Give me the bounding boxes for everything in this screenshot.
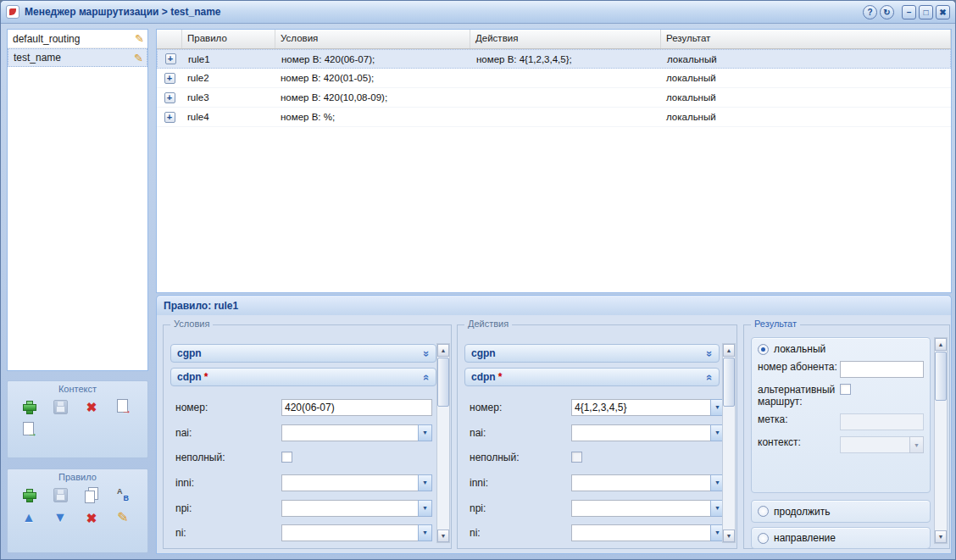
nai-select-input[interactable] xyxy=(281,424,418,441)
npi-select[interactable]: ▼ xyxy=(571,500,725,517)
dropdown-trigger-icon[interactable]: ▼ xyxy=(418,524,432,541)
ni-select-input[interactable] xyxy=(571,524,710,541)
add-rule-button[interactable] xyxy=(19,485,39,505)
result-option-continue[interactable]: продолжить xyxy=(751,500,931,523)
conditions-cgpn-panel[interactable]: cgpn » xyxy=(170,344,436,363)
scroll-thumb[interactable] xyxy=(723,358,735,407)
dropdown-trigger-icon[interactable]: ▼ xyxy=(418,424,432,441)
scroll-down-icon[interactable]: ▼ xyxy=(935,530,947,543)
refresh-button[interactable]: ↻ xyxy=(880,5,894,19)
grid-row-rule1[interactable]: + rule1 номер B: 420(06-07); номер B: 4{… xyxy=(157,49,951,69)
chevron-double-up-icon[interactable]: « xyxy=(703,374,716,380)
number-combo[interactable]: ▼ xyxy=(571,399,725,416)
load-context-button[interactable]: → xyxy=(19,419,39,440)
arrow-up-icon: ▲ xyxy=(22,511,36,524)
result-scrollbar[interactable]: ▲ ▼ xyxy=(934,337,948,544)
number-input[interactable] xyxy=(281,399,432,416)
actions-cdpn-panel[interactable]: cdpn * « xyxy=(464,368,720,386)
inni-select[interactable]: ▼ xyxy=(571,474,725,491)
scroll-up-icon[interactable]: ▲ xyxy=(437,344,449,357)
expand-row-icon[interactable]: + xyxy=(164,112,175,123)
maximize-button[interactable]: □ xyxy=(919,5,933,19)
inni-select-input[interactable] xyxy=(281,474,418,491)
edit-rule-button[interactable]: ✎ xyxy=(113,507,133,528)
nai-label: nai: xyxy=(470,427,571,439)
close-button[interactable]: ✖ xyxy=(936,5,950,19)
subscriber-number-label: номер абонента: xyxy=(758,361,840,378)
ni-select-input[interactable] xyxy=(281,524,418,541)
npi-label: npi: xyxy=(470,502,571,514)
inni-select-input[interactable] xyxy=(571,474,710,491)
ni-select[interactable]: ▼ xyxy=(571,524,725,541)
window-controls: ? ↻ – □ ✖ xyxy=(863,5,950,19)
move-rule-up-button[interactable]: ▲ xyxy=(19,507,39,528)
dropdown-trigger-icon[interactable]: ▼ xyxy=(418,500,432,517)
result-option-local[interactable]: локальный номер абонента: альтернативный… xyxy=(751,337,931,493)
scroll-thumb[interactable] xyxy=(437,358,449,407)
required-mark: * xyxy=(498,371,503,383)
nai-select[interactable]: ▼ xyxy=(571,424,725,441)
save-rule-button[interactable] xyxy=(50,485,70,505)
move-rule-down-button[interactable]: ▼ xyxy=(50,507,70,528)
nai-select[interactable]: ▼ xyxy=(281,424,432,441)
copy-rule-button[interactable] xyxy=(81,485,102,505)
continue-radio-label: продолжить xyxy=(774,506,830,518)
inni-select[interactable]: ▼ xyxy=(281,474,432,491)
save-context-button[interactable] xyxy=(50,396,70,417)
dropdown-trigger-icon[interactable]: ▼ xyxy=(418,474,432,491)
help-button[interactable]: ? xyxy=(863,5,877,19)
conditions-cdpn-panel[interactable]: cdpn * « xyxy=(170,368,436,386)
delete-context-button[interactable]: ✖ xyxy=(81,396,102,417)
scroll-down-icon[interactable]: ▼ xyxy=(723,530,735,542)
subscriber-number-input[interactable] xyxy=(840,361,924,378)
actions-scrollbar[interactable]: ▲ ▼ xyxy=(722,343,736,543)
cell-rule: rule2 xyxy=(182,73,275,83)
scroll-up-icon[interactable]: ▲ xyxy=(723,344,735,357)
column-header-actions[interactable]: Действия xyxy=(470,30,661,48)
column-header-rule[interactable]: Правило xyxy=(182,30,275,48)
continue-radio[interactable] xyxy=(758,506,769,517)
expand-row-icon[interactable]: + xyxy=(164,73,175,84)
actions-cgpn-panel[interactable]: cgpn » xyxy=(464,344,720,363)
add-context-button[interactable] xyxy=(19,396,39,417)
alt-route-checkbox[interactable] xyxy=(840,384,851,395)
conditions-scrollbar[interactable]: ▲ ▼ xyxy=(436,343,450,543)
npi-select-input[interactable] xyxy=(281,500,418,517)
delete-rule-button[interactable]: ✖ xyxy=(81,507,102,528)
chevron-double-up-icon[interactable]: « xyxy=(420,374,433,380)
column-header-result[interactable]: Результат xyxy=(661,30,951,48)
grid-row-rule3[interactable]: + rule3 номер B: 420(10,08-09); локальны… xyxy=(157,88,951,108)
unload-context-button[interactable]: → xyxy=(113,396,133,417)
context-item-default-routing[interactable]: default_routing ✎ xyxy=(8,30,147,48)
ni-select[interactable]: ▼ xyxy=(281,524,432,541)
expand-row-icon[interactable]: + xyxy=(164,92,175,103)
result-context-input xyxy=(840,436,909,453)
nai-select-input[interactable] xyxy=(571,424,710,441)
expand-row-icon[interactable]: + xyxy=(165,53,176,64)
npi-select-input[interactable] xyxy=(571,500,710,517)
edit-context-icon[interactable]: ✎ xyxy=(135,33,144,44)
incomplete-checkbox[interactable] xyxy=(571,452,582,463)
number-combo-input[interactable] xyxy=(571,399,710,416)
titlebar: Менеджер маршрутизации > test_name ? ↻ –… xyxy=(1,1,955,24)
rename-rule-button[interactable]: AB xyxy=(113,485,133,505)
grid-row-rule2[interactable]: + rule2 номер B: 420(01-05); локальный xyxy=(157,69,951,88)
scroll-down-icon[interactable]: ▼ xyxy=(437,530,449,542)
grid-row-rule4[interactable]: + rule4 номер B: %; локальный xyxy=(157,108,951,127)
local-radio[interactable] xyxy=(758,344,769,355)
incomplete-checkbox[interactable] xyxy=(281,452,292,463)
cell-result: локальный xyxy=(662,54,950,64)
plus-icon xyxy=(22,488,36,502)
column-header-conditions[interactable]: Условия xyxy=(275,30,470,48)
minimize-button[interactable]: – xyxy=(902,5,916,19)
scroll-thumb[interactable] xyxy=(935,352,947,401)
expand-column-header xyxy=(157,30,182,48)
scroll-up-icon[interactable]: ▲ xyxy=(935,338,947,351)
direction-radio[interactable] xyxy=(758,533,769,544)
context-item-test-name[interactable]: test_name ✎ xyxy=(8,48,147,67)
npi-select[interactable]: ▼ xyxy=(281,500,432,517)
result-option-direction[interactable]: направление xyxy=(751,527,931,549)
chevron-double-down-icon[interactable]: » xyxy=(420,350,433,356)
edit-context-icon[interactable]: ✎ xyxy=(134,53,143,64)
chevron-double-down-icon[interactable]: » xyxy=(703,350,716,356)
